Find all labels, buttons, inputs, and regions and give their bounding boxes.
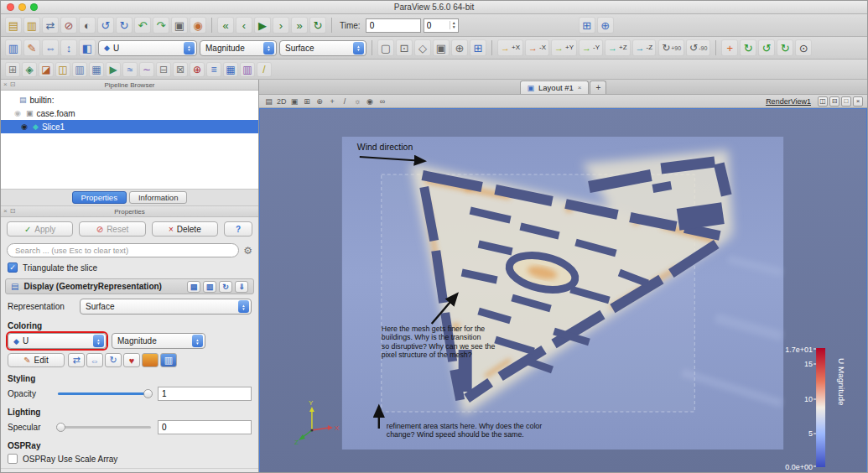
- interactive-select-icon[interactable]: ⊕: [451, 39, 468, 56]
- light-toggle-icon[interactable]: ☼: [352, 96, 363, 107]
- select-cells-icon[interactable]: ▢: [377, 39, 394, 56]
- representation-combo[interactable]: Surface ▲▼: [80, 299, 252, 314]
- specular-slider-knob[interactable]: [56, 423, 65, 432]
- active-array-combo[interactable]: ◆ U ▲▼: [98, 40, 197, 56]
- extract-block-icon[interactable]: ⊠: [173, 62, 188, 77]
- slice-icon[interactable]: ◫: [55, 62, 70, 77]
- grid-toggle-icon[interactable]: ⊞: [302, 96, 313, 107]
- probe-location-icon[interactable]: ⊕: [190, 62, 205, 77]
- colorbar-gradient[interactable]: [816, 348, 825, 467]
- rotate-camera-90-icon[interactable]: ↻: [777, 39, 793, 56]
- warp-icon[interactable]: ∼: [139, 62, 154, 77]
- edit-color-map-button[interactable]: ✎ Edit: [8, 353, 65, 367]
- display-section-header[interactable]: ▤ Display (GeometryRepresentation) ▤ ▥ ↻…: [5, 278, 254, 294]
- triangulate-checkbox[interactable]: ✓: [8, 262, 18, 273]
- redo-icon[interactable]: ↻: [116, 17, 133, 34]
- camera-undo-icon[interactable]: ↶: [134, 17, 151, 34]
- calculator-icon[interactable]: ⊞: [5, 62, 20, 77]
- dock-float-icon[interactable]: ⊡: [10, 81, 16, 88]
- set-view-minus-z-button[interactable]: → -Z: [632, 39, 657, 56]
- reset-button[interactable]: ⊘ Reset: [79, 221, 145, 236]
- specular-value-input[interactable]: [158, 420, 252, 434]
- component-combo[interactable]: Magnitude ▲▼: [200, 40, 277, 56]
- reset-center-icon[interactable]: +: [721, 39, 738, 56]
- color-palette-icon[interactable]: ◉: [190, 17, 206, 34]
- close-window-button[interactable]: [7, 3, 14, 11]
- select-frustum-icon[interactable]: ◇: [414, 39, 431, 56]
- threshold-icon[interactable]: ▥: [72, 62, 87, 77]
- eye-toggle-icon[interactable]: ◉: [365, 96, 376, 107]
- search-options-gear-icon[interactable]: ⚙: [243, 245, 252, 257]
- pipeline-item[interactable]: ◉ ▣ case.foam: [1, 107, 258, 120]
- ruler-icon[interactable]: /: [257, 62, 272, 77]
- histogram-icon[interactable]: ▥: [240, 62, 255, 77]
- opacity-slider-knob[interactable]: [143, 389, 153, 398]
- reload-display-icon[interactable]: ↻: [219, 281, 232, 293]
- rescale-custom-range-icon[interactable]: ⇔: [86, 353, 103, 367]
- minimize-window-button[interactable]: [18, 3, 26, 11]
- plot-over-line-icon[interactable]: ≡: [206, 62, 221, 77]
- play-icon[interactable]: ▶: [254, 17, 271, 34]
- save-data-icon[interactable]: ▥: [23, 17, 40, 34]
- select-block-icon[interactable]: ▣: [433, 39, 450, 56]
- split-vertical-icon[interactable]: ⊟: [829, 96, 839, 107]
- extract-subset-icon[interactable]: ▦: [89, 62, 104, 77]
- connect-server-icon[interactable]: ⇄: [42, 17, 59, 34]
- save-display-icon[interactable]: ⇓: [235, 281, 248, 293]
- timer-icon[interactable]: ◐: [79, 17, 96, 34]
- rescale-temporal-icon[interactable]: ↻: [105, 353, 122, 367]
- rotate-camera-cw-icon[interactable]: ↻: [740, 39, 756, 56]
- rotate-camera-ccw-icon[interactable]: ↺: [758, 39, 775, 56]
- pipeline-item[interactable]: ◉ ◆ Slice1: [1, 120, 258, 133]
- reset-camera-icon[interactable]: ⊙: [795, 39, 812, 56]
- opacity-value-input[interactable]: [158, 387, 252, 401]
- rescale-to-data-icon[interactable]: ⇄: [68, 353, 85, 367]
- coloring-component-combo[interactable]: Magnitude ▲▼: [112, 333, 205, 349]
- render-scene[interactable]: Wind direction Here the mesh gets finer …: [259, 108, 867, 473]
- screenshot-icon[interactable]: ▣: [171, 17, 188, 34]
- glyph-icon[interactable]: ▶: [106, 62, 121, 77]
- rotate-90-cw-button[interactable]: ↻ +90: [658, 39, 684, 56]
- zoom-to-box-icon[interactable]: ⊞: [579, 17, 595, 34]
- delete-button[interactable]: × Delete: [152, 221, 218, 236]
- rotate-90-ccw-button[interactable]: ↺ -90: [686, 39, 710, 56]
- dock-float-icon[interactable]: ⊡: [10, 207, 16, 215]
- show-color-legend-icon[interactable]: ▥: [160, 353, 177, 367]
- set-view-plus-x-button[interactable]: → +X: [497, 39, 523, 56]
- stream-tracer-icon[interactable]: ≈: [122, 62, 138, 77]
- zoom-to-data-icon[interactable]: ⊞: [470, 39, 486, 56]
- clip-icon[interactable]: ◪: [39, 62, 54, 77]
- detach-view-icon[interactable]: □: [841, 96, 851, 107]
- interaction-widgets-icon[interactable]: ⊕: [597, 17, 614, 34]
- add-layout-tab-button[interactable]: +: [590, 81, 606, 94]
- undo-icon[interactable]: ↺: [97, 17, 114, 34]
- rescale-custom-icon[interactable]: ↕: [60, 39, 77, 56]
- dock-close-icon[interactable]: ×: [3, 81, 8, 88]
- last-frame-icon[interactable]: »: [291, 17, 308, 34]
- set-view-minus-x-button[interactable]: → -X: [525, 39, 549, 56]
- camera-redo-icon[interactable]: ↷: [153, 17, 169, 34]
- split-horizontal-icon[interactable]: ◫: [818, 96, 828, 107]
- set-view-minus-y-button[interactable]: → -Y: [579, 39, 603, 56]
- rescale-to-data-icon[interactable]: ⇔: [42, 39, 59, 56]
- edit-color-map-icon[interactable]: ✎: [23, 39, 40, 56]
- save-screenshot-icon[interactable]: ▤: [263, 96, 274, 107]
- opacity-slider[interactable]: [58, 392, 151, 395]
- previous-frame-icon[interactable]: ‹: [236, 17, 252, 34]
- visibility-eye-icon[interactable]: ◉: [13, 109, 23, 117]
- specular-slider[interactable]: [58, 426, 151, 429]
- link-camera-icon[interactable]: ∞: [377, 96, 388, 107]
- tab-properties[interactable]: Properties: [72, 191, 127, 204]
- tab-information[interactable]: Information: [129, 191, 188, 204]
- set-view-plus-z-button[interactable]: → +Z: [605, 39, 631, 56]
- contour-icon[interactable]: ◈: [22, 62, 37, 77]
- center-rotation-icon[interactable]: ⊕: [314, 96, 325, 107]
- copy-display-icon[interactable]: ▤: [187, 281, 200, 293]
- paste-display-icon[interactable]: ▥: [203, 281, 216, 293]
- zoom-window-button[interactable]: [30, 3, 38, 11]
- coloring-array-combo[interactable]: ◆ U ▲▼: [8, 333, 107, 349]
- orientation-axes-icon[interactable]: +: [327, 96, 338, 107]
- first-frame-icon[interactable]: «: [217, 17, 234, 34]
- adjust-camera-icon[interactable]: ▣: [289, 96, 300, 107]
- representation-combo-toolbar[interactable]: Surface ▲▼: [279, 40, 366, 56]
